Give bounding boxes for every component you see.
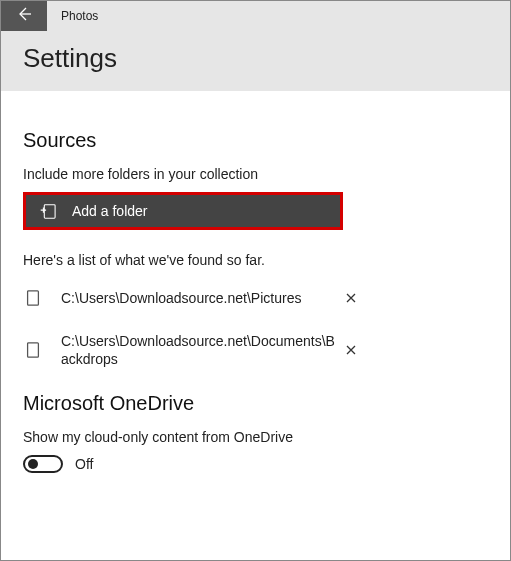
svg-rect-0: [44, 205, 55, 219]
device-icon: [23, 289, 43, 307]
onedrive-toggle-row: Off: [23, 455, 488, 473]
add-folder-button[interactable]: Add a folder: [23, 192, 343, 230]
content-area: Sources Include more folders in your col…: [1, 91, 510, 473]
sources-include-text: Include more folders in your collection: [23, 166, 488, 182]
remove-folder-button[interactable]: [339, 286, 363, 310]
add-folder-label: Add a folder: [72, 203, 148, 219]
folder-path: C:\Users\Downloadsource.net\Documents\Ba…: [61, 332, 339, 368]
svg-rect-1: [28, 291, 39, 305]
onedrive-description: Show my cloud-only content from OneDrive: [23, 429, 488, 445]
sources-list-caption: Here's a list of what we've found so far…: [23, 252, 488, 268]
titlebar: Photos Settings: [1, 1, 510, 91]
back-button[interactable]: [1, 1, 47, 31]
remove-folder-button[interactable]: [339, 338, 363, 362]
close-icon: [346, 289, 356, 307]
page-title: Settings: [23, 43, 510, 74]
folder-row: C:\Users\Downloadsource.net\Pictures: [23, 286, 363, 310]
titlebar-top: Photos: [1, 1, 510, 31]
folder-row: C:\Users\Downloadsource.net\Documents\Ba…: [23, 332, 363, 368]
folder-path: C:\Users\Downloadsource.net\Pictures: [61, 289, 339, 307]
svg-rect-2: [28, 343, 39, 357]
close-icon: [346, 341, 356, 359]
add-folder-icon: [38, 202, 56, 220]
toggle-knob: [28, 459, 38, 469]
device-icon: [23, 341, 43, 359]
onedrive-toggle-state: Off: [75, 456, 93, 472]
sources-heading: Sources: [23, 129, 488, 152]
onedrive-heading: Microsoft OneDrive: [23, 392, 488, 415]
arrow-left-icon: [16, 6, 32, 26]
app-title: Photos: [61, 9, 98, 23]
onedrive-toggle[interactable]: [23, 455, 63, 473]
